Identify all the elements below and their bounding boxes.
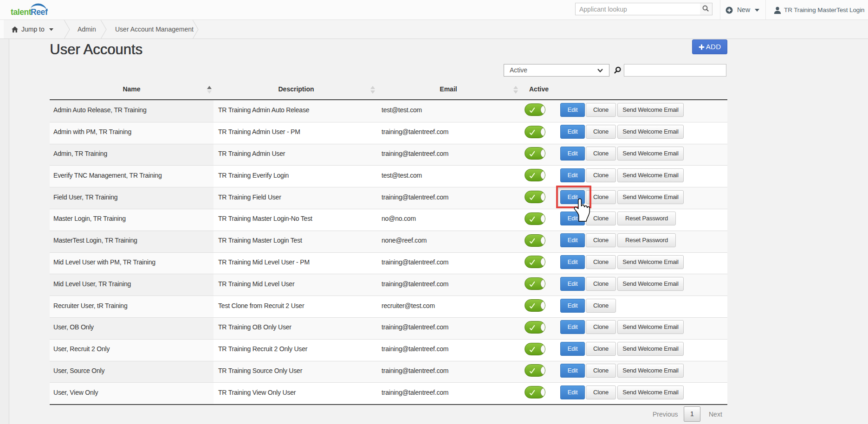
svg-text:talent: talent xyxy=(11,7,32,17)
svg-text:Reef: Reef xyxy=(31,7,48,17)
